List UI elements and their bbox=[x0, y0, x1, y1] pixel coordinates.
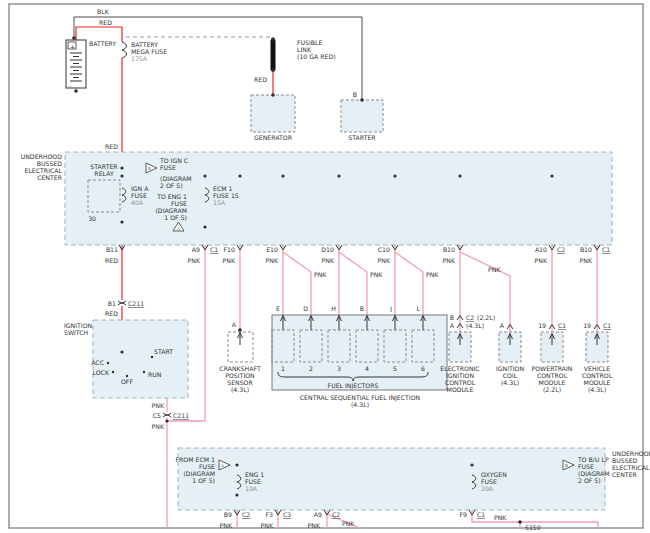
ubec-bottom-label: UNDERHOOD bbox=[612, 450, 650, 457]
to-bu-lp-label: TO B/U LP bbox=[577, 456, 609, 463]
svg-text:C3: C3 bbox=[283, 511, 291, 518]
terminal-f10: F10 bbox=[224, 246, 235, 253]
switch-off: OFF bbox=[121, 378, 133, 385]
generator-box bbox=[251, 95, 295, 132]
to-ign-c-label: TO IGN C bbox=[159, 157, 188, 164]
svg-text:MODULE: MODULE bbox=[447, 386, 474, 393]
svg-text:1 OF 5): 1 OF 5) bbox=[164, 214, 187, 221]
svg-text:ELECTRICAL: ELECTRICAL bbox=[25, 167, 63, 174]
inj-pin-e: E bbox=[276, 305, 280, 312]
svg-text:3: 3 bbox=[337, 365, 341, 372]
wire-label-blk: BLK bbox=[97, 8, 110, 15]
fusible-link-symbol bbox=[271, 37, 275, 72]
connector-c1: C1 bbox=[210, 246, 218, 253]
switch-start: START bbox=[154, 348, 173, 355]
terminal-a10: A10 bbox=[535, 246, 547, 253]
svg-text:PNK: PNK bbox=[188, 257, 201, 264]
battery-mega-fuse-symbol bbox=[122, 42, 127, 58]
pin-c5: C5 bbox=[153, 412, 161, 419]
svg-text:PNK: PNK bbox=[494, 514, 507, 521]
svg-text:SENSOR: SENSOR bbox=[227, 379, 253, 386]
svg-text:FUSE: FUSE bbox=[481, 478, 497, 485]
relay-pin-30: 30 bbox=[88, 215, 96, 222]
svg-text:PNK: PNK bbox=[266, 257, 279, 264]
inj-pin-l: L bbox=[417, 305, 421, 312]
svg-text:FUSE: FUSE bbox=[160, 164, 176, 171]
svg-text:SWITCH: SWITCH bbox=[64, 329, 89, 336]
wire-label-red: RED bbox=[99, 19, 112, 26]
svg-text:2 OF 5): 2 OF 5) bbox=[160, 182, 183, 189]
starter-relay-label: STARTER bbox=[90, 163, 118, 170]
svg-text:MODULE: MODULE bbox=[539, 379, 566, 386]
svg-text:PNK: PNK bbox=[535, 257, 548, 264]
svg-text:(10 GA RED): (10 GA RED) bbox=[297, 53, 336, 60]
svg-text:(DIAGRAM: (DIAGRAM bbox=[160, 175, 192, 182]
vcm-pin-19: 19 bbox=[583, 322, 591, 329]
svg-text:PNK: PNK bbox=[220, 522, 233, 529]
svg-text:C2: C2 bbox=[332, 511, 340, 518]
coil-pin-a: A bbox=[500, 322, 505, 329]
svg-text:PNK: PNK bbox=[314, 271, 327, 278]
svg-text:PNK: PNK bbox=[426, 271, 439, 278]
svg-text:15A: 15A bbox=[213, 199, 226, 206]
svg-text:10A: 10A bbox=[245, 485, 258, 492]
terminal-b11: B11 bbox=[106, 246, 118, 253]
svg-text:CENTER: CENTER bbox=[612, 471, 638, 478]
svg-text:PNK: PNK bbox=[308, 522, 321, 529]
svg-text:FUSE: FUSE bbox=[199, 463, 215, 470]
svg-text:(DIAGRAM: (DIAGRAM bbox=[183, 470, 215, 477]
svg-text:CONTROL: CONTROL bbox=[537, 372, 568, 379]
svg-text:PNK: PNK bbox=[580, 257, 593, 264]
connector-c211: C211 bbox=[128, 300, 144, 307]
svg-text:2 OF 5): 2 OF 5) bbox=[578, 477, 601, 484]
connector-c211-2: C211 bbox=[173, 412, 189, 419]
svg-text:(4.3L): (4.3L) bbox=[466, 322, 484, 329]
svg-text:PNK: PNK bbox=[342, 520, 355, 527]
battery-plus: + bbox=[70, 43, 75, 50]
terminal-b10: B10 bbox=[443, 246, 455, 253]
svg-text:6: 6 bbox=[421, 365, 425, 372]
eng1-fuse-label: ENG 1 bbox=[245, 471, 264, 478]
svg-text:PNK: PNK bbox=[378, 257, 391, 264]
svg-text:FUSE 15: FUSE 15 bbox=[213, 192, 239, 199]
eicm-pin-a: A bbox=[450, 322, 455, 329]
battery-minus: - bbox=[69, 82, 71, 89]
svg-text:MEGA FUSE: MEGA FUSE bbox=[131, 48, 167, 55]
svg-text:RED: RED bbox=[105, 310, 118, 317]
starter-label: STARTER bbox=[348, 134, 376, 141]
svg-text:PNK: PNK bbox=[322, 257, 335, 264]
svg-text:PNK: PNK bbox=[152, 423, 165, 430]
svg-text:5: 5 bbox=[393, 365, 397, 372]
svg-text:CONTROL: CONTROL bbox=[445, 379, 476, 386]
oxygen-fuse-label: OXYGEN bbox=[481, 471, 507, 478]
sensor-pin-a: A bbox=[232, 321, 237, 328]
eicm-pin-b: B bbox=[450, 314, 454, 321]
underhood-bussed-electrical-center-bottom bbox=[178, 448, 605, 510]
svg-text:4: 4 bbox=[365, 365, 369, 372]
to-eng-1-label: TO ENG 1 bbox=[156, 193, 187, 200]
starter-pin-b: B bbox=[353, 91, 357, 98]
svg-text:POSITION: POSITION bbox=[225, 372, 255, 379]
terminal-f9: F9 bbox=[460, 511, 468, 518]
ignition-coil-label: IGNITION bbox=[496, 365, 525, 372]
svg-text:2: 2 bbox=[309, 365, 313, 372]
svg-text:(4.3L): (4.3L) bbox=[588, 386, 606, 393]
starter-box bbox=[341, 100, 383, 132]
svg-text:C2: C2 bbox=[466, 314, 474, 321]
eicm-label: ELECTRONIC bbox=[440, 365, 479, 372]
ecm1-fuse-label: ECM 1 bbox=[213, 185, 233, 192]
svg-text:C1: C1 bbox=[477, 511, 485, 518]
svg-text:C2: C2 bbox=[242, 511, 250, 518]
fuse-symbols bbox=[122, 42, 476, 489]
inj-pin-b: B bbox=[360, 305, 364, 312]
svg-text:(4.3L): (4.3L) bbox=[231, 386, 249, 393]
inj-pin-d: D bbox=[303, 305, 308, 312]
svg-text:COIL: COIL bbox=[503, 372, 518, 379]
svg-text:RELAY: RELAY bbox=[94, 170, 114, 177]
pin-b1: B1 bbox=[108, 300, 116, 307]
fuel-injectors-label: FUEL INJECTORS bbox=[328, 382, 379, 390]
crank-sensor-label: CRANKSHAFT bbox=[219, 365, 261, 372]
fusible-link-wire-red: RED bbox=[254, 76, 267, 83]
svg-text:ELECTRICAL: ELECTRICAL bbox=[612, 464, 650, 471]
svg-text:FUSE: FUSE bbox=[245, 478, 261, 485]
